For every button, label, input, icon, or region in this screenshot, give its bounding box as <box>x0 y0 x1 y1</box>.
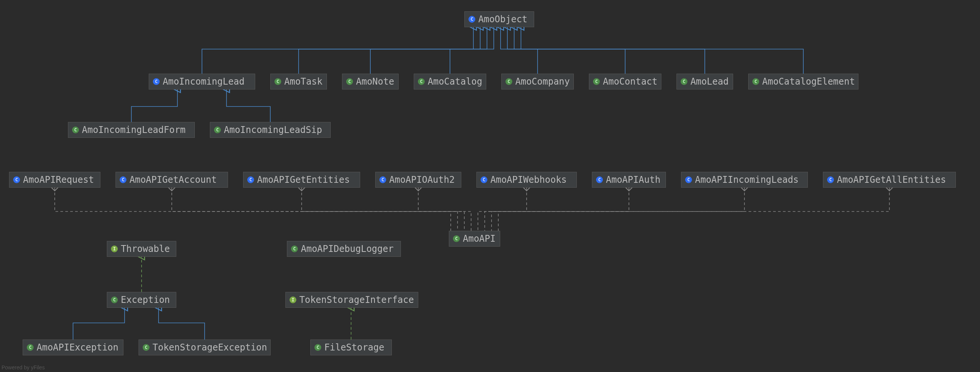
node-AmoAPIDebugLogger[interactable]: CAmoAPIDebugLogger <box>287 241 401 257</box>
node-label: AmoIncomingLeadForm <box>82 125 186 135</box>
node-AmoCatalog[interactable]: CAmoCatalog <box>414 73 486 89</box>
abstract-icon: C <box>153 78 160 85</box>
node-FileStorage[interactable]: CFileStorage <box>310 340 392 355</box>
class-icon: C <box>291 246 298 252</box>
node-label: AmoAPIWebhooks <box>490 174 566 185</box>
abstract-icon: C <box>685 176 692 183</box>
node-label: AmoAPIOAuth2 <box>389 174 455 185</box>
class-icon: C <box>346 78 353 85</box>
node-AmoAPIGetEntities[interactable]: CAmoAPIGetEntities <box>243 172 360 188</box>
node-label: AmoObject <box>478 14 527 24</box>
class-icon: C <box>506 78 512 85</box>
interface-icon: I <box>111 246 118 252</box>
node-AmoAPIException[interactable]: CAmoAPIException <box>23 340 123 355</box>
class-icon: C <box>453 235 460 242</box>
node-AmoAPIGetAllEntities[interactable]: CAmoAPIGetAllEntities <box>823 172 956 188</box>
node-AmoAPIWebhooks[interactable]: CAmoAPIWebhooks <box>476 172 577 188</box>
diagram-canvas: CAmoObjectCAmoIncomingLeadCAmoTaskCAmoNo… <box>0 0 980 372</box>
class-icon: C <box>418 78 425 85</box>
node-label: AmoAPIException <box>37 342 119 353</box>
node-AmoAPIRequest[interactable]: CAmoAPIRequest <box>9 172 100 188</box>
node-label: AmoAPIDebugLogger <box>301 244 394 254</box>
abstract-icon: C <box>247 176 254 183</box>
node-label: AmoAPIGetAllEntities <box>837 174 946 185</box>
node-AmoCompany[interactable]: CAmoCompany <box>501 73 574 89</box>
node-AmoNote[interactable]: CAmoNote <box>342 73 399 89</box>
class-icon: C <box>274 78 281 85</box>
class-icon: C <box>143 344 150 351</box>
node-AmoTask[interactable]: CAmoTask <box>270 73 327 89</box>
node-label: AmoTask <box>284 76 322 87</box>
node-label: AmoNote <box>356 76 394 87</box>
abstract-icon: C <box>13 176 20 183</box>
node-label: AmoIncomingLead <box>163 76 245 87</box>
node-AmoAPI[interactable]: CAmoAPI <box>449 231 500 247</box>
node-Exception[interactable]: CException <box>107 292 176 308</box>
node-label: Exception <box>121 295 170 305</box>
node-label: AmoAPIIncomingLeads <box>695 174 799 185</box>
interface-icon: I <box>290 297 296 303</box>
node-AmoContact[interactable]: CAmoContact <box>589 73 662 89</box>
node-AmoAPIGetAccount[interactable]: CAmoAPIGetAccount <box>116 172 228 188</box>
class-icon: C <box>593 78 600 85</box>
node-label: AmoContact <box>603 76 658 87</box>
node-label: AmoAPIRequest <box>23 174 94 185</box>
node-AmoAPIAuth[interactable]: CAmoAPIAuth <box>592 172 666 188</box>
abstract-icon: C <box>120 176 126 183</box>
class-icon: C <box>72 126 79 133</box>
node-label: AmoAPIGetAccount <box>129 174 217 185</box>
watermark: Powered by yFiles <box>2 364 45 370</box>
node-Throwable[interactable]: IThrowable <box>107 241 176 257</box>
node-label: TokenStorageException <box>153 342 267 353</box>
node-label: FileStorage <box>324 342 384 353</box>
node-AmoAPIOAuth2[interactable]: CAmoAPIOAuth2 <box>375 172 461 188</box>
abstract-icon: C <box>480 176 487 183</box>
node-AmoObject[interactable]: CAmoObject <box>465 11 534 27</box>
node-TokenStorageException[interactable]: CTokenStorageException <box>138 340 270 355</box>
node-label: AmoAPIGetEntities <box>257 174 350 185</box>
abstract-icon: C <box>596 176 603 183</box>
abstract-icon: C <box>827 176 834 183</box>
class-icon: C <box>214 126 221 133</box>
abstract-icon: C <box>468 16 475 23</box>
node-TokenStorageInterface[interactable]: ITokenStorageInterface <box>285 292 418 308</box>
node-AmoCatalogElement[interactable]: CAmoCatalogElement <box>748 73 858 89</box>
node-label: AmoIncomingLeadSip <box>224 125 322 135</box>
class-icon: C <box>27 344 33 351</box>
node-label: AmoCatalogElement <box>762 76 855 87</box>
node-AmoAPIIncomingLeads[interactable]: CAmoAPIIncomingLeads <box>681 172 808 188</box>
node-AmoIncomingLeadSip[interactable]: CAmoIncomingLeadSip <box>210 122 331 138</box>
class-icon: C <box>111 297 118 303</box>
class-icon: C <box>315 344 321 351</box>
node-label: AmoLead <box>690 76 729 87</box>
node-AmoIncomingLeadForm[interactable]: CAmoIncomingLeadForm <box>68 122 195 138</box>
node-label: Throwable <box>121 244 170 254</box>
node-label: AmoAPIAuth <box>606 174 661 185</box>
class-icon: C <box>681 78 687 85</box>
node-label: TokenStorageInterface <box>299 295 414 305</box>
class-icon: C <box>752 78 759 85</box>
abstract-icon: C <box>379 176 386 183</box>
node-label: AmoCompany <box>515 76 570 87</box>
node-AmoLead[interactable]: CAmoLead <box>676 73 733 89</box>
node-label: AmoAPI <box>463 233 496 244</box>
node-AmoIncomingLead[interactable]: CAmoIncomingLead <box>149 73 255 89</box>
node-label: AmoCatalog <box>428 76 482 87</box>
